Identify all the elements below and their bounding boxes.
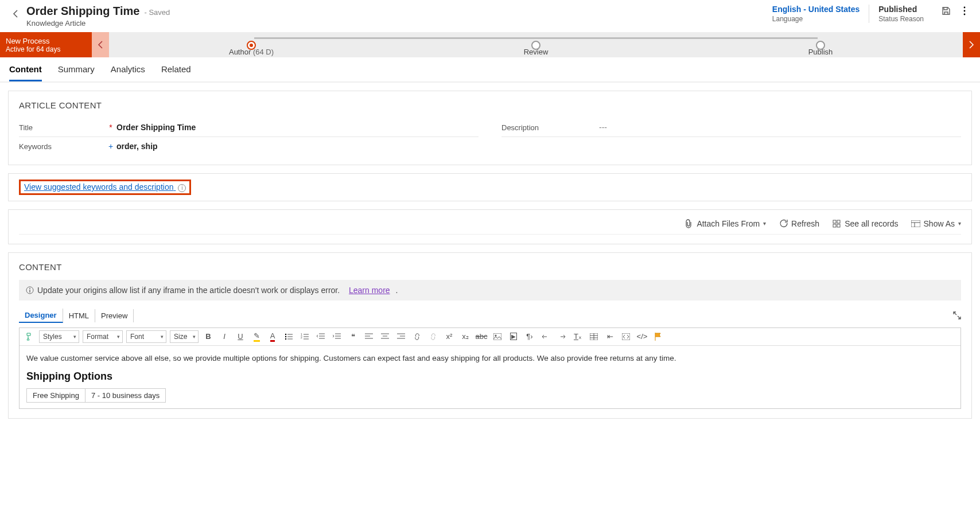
process-prev-button[interactable] [92,32,109,57]
link-button[interactable] [411,330,423,343]
subscript-button[interactable]: x₂ [459,330,472,343]
stage-review[interactable]: Review [394,46,678,55]
font-select[interactable]: Font [126,330,166,343]
iframe-warning-banner: Update your origins allow list if any if… [19,280,961,301]
header-language-value[interactable]: English - United States [772,5,860,14]
bold-button[interactable]: B [202,330,215,343]
outdent-button[interactable] [314,330,327,343]
stage-publish[interactable]: Publish [678,46,963,55]
source-button[interactable]: </> [636,330,648,343]
process-next-button[interactable] [963,32,980,57]
form-col-left: Title * Order Shipping Time Keywords + o… [19,118,479,155]
field-title[interactable]: Title * Order Shipping Time [19,118,479,137]
more-button[interactable] [959,6,970,16]
tab-summary[interactable]: Summary [58,64,95,81]
tab-analytics[interactable]: Analytics [111,64,145,81]
field-label: Keywords [19,142,105,151]
editor-tab-preview[interactable]: Preview [95,309,134,322]
grid-icon [832,219,841,228]
svg-text:2: 2 [301,336,302,339]
field-label: Description [501,123,588,132]
clear-format-button[interactable]: Tₓ [571,330,584,343]
field-keywords[interactable]: Keywords + order, ship [19,137,479,155]
process-name-block[interactable]: New Process Active for 64 days [0,32,92,57]
highlight-button[interactable]: ✎ [250,330,263,343]
field-value[interactable]: --- [599,123,961,132]
align-right-button[interactable] [395,330,407,343]
ltr-button[interactable]: ¶› [523,330,536,343]
expand-icon [953,311,961,319]
chevron-right-icon [969,41,974,49]
blockquote-button[interactable]: ❝ [347,330,359,343]
more-vertical-icon [963,6,966,15]
editor-tab-html[interactable]: HTML [63,309,95,322]
attach-files-label: Attach Files From [697,219,760,228]
rte-toolbar: Styles Format Font Size B I U ✎ A 12 ❝ x [20,328,960,346]
align-center-button[interactable] [379,330,391,343]
tab-related[interactable]: Related [161,64,191,81]
font-color-button[interactable]: A [266,330,279,343]
header-language[interactable]: English - United States Language [763,5,869,23]
attach-files-button[interactable]: Attach Files From ▾ [684,219,766,228]
font-color-icon: A [270,332,275,342]
expand-toolbar-button[interactable]: ⇤ [604,330,616,343]
expand-editor-button[interactable] [953,311,961,319]
strikethrough-button[interactable]: abc [475,330,488,343]
align-left-button[interactable] [363,330,375,343]
field-value[interactable]: order, ship [116,142,479,151]
format-select[interactable]: Format [83,330,123,343]
process-name: New Process [6,37,86,45]
redo-button[interactable] [555,330,568,343]
subscript-icon: x₂ [462,332,469,341]
flag-button[interactable] [652,330,664,343]
view-suggested-link[interactable]: View suggested keywords and description … [24,182,186,192]
underline-icon: U [238,332,243,341]
insert-image-button[interactable] [491,330,504,343]
info-icon [26,286,34,294]
suggest-highlight: View suggested keywords and description … [19,180,191,195]
article-content-card: ARTICLE CONTENT Title * Order Shipping T… [8,91,972,165]
number-list-button[interactable]: 12 [298,330,311,343]
refresh-icon [779,219,788,228]
body-heading: Shipping Options [26,370,954,383]
superscript-button[interactable]: x² [443,330,456,343]
tab-content[interactable]: Content [9,64,42,81]
back-button[interactable] [9,7,23,21]
underline-button[interactable]: U [234,330,247,343]
indent-icon [333,333,341,340]
stage-author[interactable]: Author (64 D) [109,46,394,55]
refresh-button[interactable]: Refresh [779,219,819,228]
learn-more-link[interactable]: Learn more [349,286,390,295]
table-button[interactable] [588,330,600,343]
rte-body[interactable]: We value customer service above all else… [20,346,960,408]
field-description[interactable]: Description --- [501,118,961,137]
form-tabs: Content Summary Analytics Related [0,57,980,83]
field-value[interactable]: Order Shipping Time [116,123,479,132]
see-all-records-button[interactable]: See all records [832,219,898,228]
unlink-button[interactable] [427,330,440,343]
superscript-icon: x² [446,332,453,341]
svg-point-0 [964,7,966,9]
redo-icon [558,333,566,340]
see-all-label: See all records [845,219,898,228]
embed-button[interactable] [620,330,632,343]
stage-label: Author [229,48,251,56]
code-icon: </> [637,332,648,341]
iframe-button[interactable]: ▶ [507,330,520,343]
editor-tab-designer[interactable]: Designer [19,309,63,323]
indent-button[interactable] [330,330,343,343]
italic-button[interactable]: I [218,330,231,343]
process-track: Author (64 D) Review Publish [109,32,963,57]
body-paragraph: We value customer service above all else… [26,354,954,362]
size-select[interactable]: Size [170,330,199,343]
save-button[interactable] [941,6,951,16]
svg-point-12 [285,336,286,337]
table-cell: 7 - 10 business days [85,388,165,402]
highlight-icon: ✎ [254,332,260,342]
styles-select[interactable]: Styles [39,330,79,343]
undo-button[interactable] [539,330,552,343]
show-as-button[interactable]: Show As ▾ [911,219,961,228]
bullet-list-button[interactable] [282,330,295,343]
banner-text: Update your origins allow list if any if… [37,286,340,295]
format-painter-button[interactable] [23,330,36,343]
